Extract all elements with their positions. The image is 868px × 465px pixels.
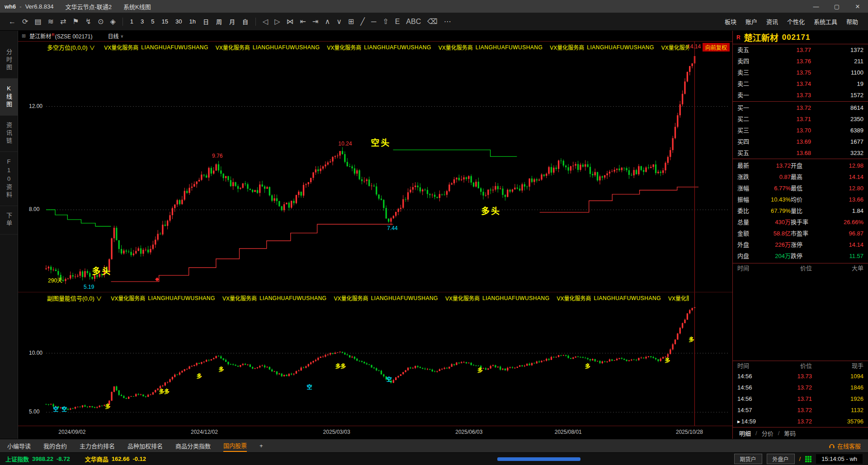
order-book-price: 13.74 [761,78,824,89]
flag-icon[interactable]: ⚑ [72,17,79,26]
y-axis-label: 5.00 [18,409,44,415]
maximize-button[interactable]: ▢ [826,0,847,13]
nav-add-button[interactable]: + [259,441,263,451]
diamond-icon[interactable]: ◈ [110,17,116,26]
expand-icon[interactable]: ∨ [336,17,342,26]
stat-value: 13.66 [820,194,863,205]
vendor-name: LIANGHUAFUWUSHANG [259,295,327,301]
index-change: -8.72 [57,456,70,462]
menu-账户[interactable]: 账户 [745,17,757,26]
stat-label: 市盈率 [791,228,820,239]
order-book-row[interactable]: 卖一13.731572 [733,89,868,101]
link-icon[interactable]: ⋈ [287,17,294,26]
period-dropdown[interactable]: 日线 ∨ [108,32,123,40]
quote-board-icon[interactable]: ▤ [34,17,41,26]
arrow-up-icon[interactable]: ⇧ [382,17,388,26]
order-book-row[interactable]: 卖二13.7419 [733,78,868,89]
close-button[interactable]: ✕ [847,0,868,13]
period-button-自[interactable]: 自 [242,17,248,26]
next-candle-icon[interactable]: ▷ [274,17,280,26]
main-kline-chart[interactable] [18,42,732,292]
nav-item-主力合约排名[interactable]: 主力合约排名 [80,440,115,451]
order-book-row[interactable]: 买四13.691677 [733,136,868,147]
kline-style-icon[interactable]: ≋ [48,17,54,26]
order-book-row[interactable]: 买二13.712350 [733,113,868,125]
stat-value: 96.87 [820,228,863,239]
eraser-icon[interactable]: ⌫ [427,17,438,26]
foreign-account-button[interactable]: 外盘户 [767,454,795,464]
menu-个性化[interactable]: 个性化 [787,17,805,26]
order-book-row[interactable]: 卖四13.76211 [733,56,868,67]
lightning-icon[interactable]: ↯ [85,17,91,26]
chart-h-scrollbar[interactable] [497,457,580,461]
period-button-月[interactable]: 月 [229,17,235,26]
menu-板块[interactable]: 板块 [725,17,736,26]
menu-帮助[interactable]: 帮助 [846,17,858,26]
adjust-mode-badge[interactable]: 向前复权 [703,43,730,52]
order-book-row[interactable]: 卖三13.751100 [733,67,868,78]
label-tool-icon[interactable]: ABC [406,18,421,26]
order-book-row[interactable]: 买一13.728614 [733,102,868,113]
order-book-label: 卖五 [737,44,761,56]
period-button-1h[interactable]: 1h [189,18,195,25]
collapse-icon[interactable]: ∧ [325,17,330,26]
sidebar-item-资讯链[interactable]: 资讯链 [0,116,18,152]
nav-item-国内股票[interactable]: 国内股票 [223,440,247,452]
add-pane-icon[interactable]: ⊞ [348,17,354,26]
period-button-5[interactable]: 5 [151,18,154,25]
panel-tab-筹码[interactable]: 筹码 [784,429,796,437]
indicator-name-label[interactable]: 副图量能信号(0,0) ∨ [47,294,102,302]
nav-item-商品分类指数[interactable]: 商品分类指数 [175,440,211,451]
indicator-name-label[interactable]: 多空方位(0,0,0) ∨ [47,43,95,52]
sidebar-item-下单[interactable]: 下单 [0,206,18,235]
trade-volume: 1846 [824,382,863,393]
sidebar-item-F10资料[interactable]: F10资料 [0,152,18,206]
trade-row[interactable]: 14:5613.731094 [733,371,868,382]
panel-tab-明细[interactable]: 明细 [739,429,751,437]
shift-left-icon[interactable]: ⇤ [300,17,306,26]
period-button-15[interactable]: 15 [162,18,168,25]
refresh-icon[interactable]: ⟳ [22,17,28,26]
sidebar-item-K线图[interactable]: K线图 [0,79,18,116]
nav-item-我的合约[interactable]: 我的合约 [43,440,67,451]
stat-label: 换手率 [791,216,820,228]
menu-系统工具[interactable]: 系统工具 [814,17,837,26]
period-button-日[interactable]: 日 [203,17,209,26]
order-book-volume: 1100 [824,67,863,78]
trade-row[interactable]: 14:5613.711926 [733,393,868,404]
order-book-row[interactable]: 买五13.683232 [733,147,868,159]
prev-candle-icon[interactable]: ◁ [263,17,268,26]
switch-icon[interactable]: ⇄ [60,17,66,26]
trade-row[interactable]: 14:5613.721846 [733,382,868,393]
shift-right-icon[interactable]: ⇥ [312,17,318,26]
minimize-button[interactable]: — [806,0,826,13]
period-button-30[interactable]: 30 [175,18,182,25]
more-icon[interactable]: ⋯ [444,17,451,26]
symbol-tab[interactable]: 楚江新材R(SZSE 002171) [29,32,92,40]
sidebar-item-分时图[interactable]: 分时图 [0,42,18,79]
text-tool-icon[interactable]: E [395,18,400,26]
panel-tab-分价[interactable]: 分价 [762,429,774,437]
chart-annotation: 空 [387,375,392,382]
order-book-row[interactable]: 买三13.706389 [733,125,868,136]
radar-icon[interactable]: ⊙ [98,17,104,26]
nav-item-小编导读[interactable]: 小编导读 [7,440,31,451]
online-service-button[interactable]: 在线客服 [829,442,861,450]
period-button-1[interactable]: 1 [130,18,133,25]
trendline-icon[interactable]: ╱ [360,17,365,26]
back-icon[interactable]: ← [9,18,16,26]
vendor-badge: VX量化服务商 [216,43,250,51]
trade-row[interactable]: ▸14:5913.7235796 [733,416,868,427]
trade-row[interactable]: 14:5713.721132 [733,404,868,416]
volume-signal-chart[interactable] [18,292,732,426]
hline-icon[interactable]: ─ [371,18,376,26]
period-button-周[interactable]: 周 [216,17,222,26]
period-button-3[interactable]: 3 [141,18,144,25]
nav-item-品种加权排名[interactable]: 品种加权排名 [127,440,163,451]
chevron-down-icon: ∨ [120,34,123,38]
futures-account-button[interactable]: 期货户 [734,454,762,464]
order-book-row[interactable]: 卖五13.771372 [733,44,868,56]
sidebar-item-label: F10资料 [5,158,13,199]
col-price: 价位 [766,361,824,371]
menu-资讯[interactable]: 资讯 [766,17,778,26]
